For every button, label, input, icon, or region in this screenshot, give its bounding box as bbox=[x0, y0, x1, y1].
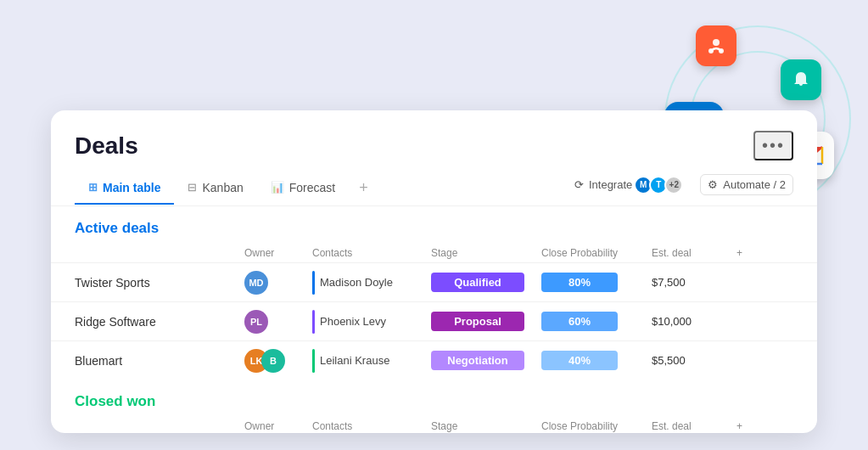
closed-won-table-header: Owner Contacts Stage Close Probability E… bbox=[51, 417, 817, 433]
contact-name: Phoenix Levy bbox=[320, 315, 386, 328]
closed-won-title: Closed won bbox=[75, 393, 155, 410]
contact-bar bbox=[312, 271, 315, 295]
prob-cell: 80% bbox=[541, 273, 652, 292]
stage-badge: Qualified bbox=[431, 273, 524, 292]
deal-name: Twister Sports bbox=[75, 276, 244, 290]
owner-col-header2: Owner bbox=[244, 420, 312, 432]
prob-col-header2: Close Probability bbox=[541, 420, 652, 432]
tabs-row: ⊞ Main table ⊟ Kanban 📊 Forecast + ⟳ Int… bbox=[75, 171, 793, 205]
avatar: MD bbox=[244, 271, 268, 295]
main-table-icon: ⊞ bbox=[88, 181, 98, 194]
svg-point-0 bbox=[713, 39, 720, 46]
avatar: PL bbox=[244, 310, 268, 334]
contact-name: Madison Doyle bbox=[320, 276, 393, 289]
contact-cell: Phoenix Levy bbox=[312, 310, 431, 334]
contact-cell: Madison Doyle bbox=[312, 271, 431, 295]
integration-icons: M T +2 bbox=[637, 176, 683, 194]
contacts-col-header2: Contacts bbox=[312, 420, 431, 432]
integrate-icon: ⟳ bbox=[574, 178, 584, 191]
deal-name: Bluemart bbox=[75, 354, 244, 368]
automate-icon: ⚙ bbox=[708, 178, 718, 191]
table-row[interactable]: Twister Sports MD Madison Doyle Qualifie… bbox=[51, 262, 817, 301]
table-row[interactable]: Bluemart LK B Leilani Krause Negotiation… bbox=[51, 340, 817, 380]
page-title: Deals bbox=[75, 132, 138, 160]
owner-cell: LK B bbox=[244, 349, 312, 373]
deal-name: Ridge Software bbox=[75, 315, 244, 329]
contacts-col-header: Contacts bbox=[312, 247, 431, 259]
contact-bar bbox=[312, 349, 315, 373]
svg-point-2 bbox=[719, 48, 724, 53]
active-deals-section-header: Active deals bbox=[51, 206, 817, 244]
stage-cell: Negotiation bbox=[431, 351, 541, 370]
est-deal: $5,500 bbox=[652, 354, 736, 367]
contact-bar bbox=[312, 310, 315, 334]
prob-badge: 40% bbox=[541, 351, 618, 370]
kanban-icon: ⊟ bbox=[188, 181, 197, 194]
prob-cell: 60% bbox=[541, 312, 652, 331]
toolbar-right: ⟳ Integrate M T +2 ⚙ Automate / 2 bbox=[568, 172, 793, 205]
active-deals-table-header: Owner Contacts Stage Close Probability E… bbox=[51, 244, 817, 262]
owner-col-header: Owner bbox=[244, 247, 312, 259]
owner-cell: PL bbox=[244, 310, 312, 334]
stage-cell: Qualified bbox=[431, 273, 541, 292]
est-deal: $7,500 bbox=[652, 276, 736, 289]
stage-col-header2: Stage bbox=[431, 420, 541, 432]
contact-name: Leilani Krause bbox=[320, 354, 389, 367]
integrate-button[interactable]: ⟳ Integrate M T +2 bbox=[568, 172, 690, 198]
avatar-double: LK B bbox=[244, 349, 285, 373]
svg-point-1 bbox=[708, 48, 714, 53]
prob-badge: 80% bbox=[541, 273, 618, 292]
owner-cell: MD bbox=[244, 271, 312, 295]
int-icon-count: +2 bbox=[664, 176, 683, 194]
tab-forecast[interactable]: 📊 Forecast bbox=[257, 172, 349, 205]
est-col-header2: Est. deal bbox=[652, 420, 736, 432]
avatar: B bbox=[261, 349, 285, 373]
hubspot-icon bbox=[696, 25, 736, 66]
active-deals-title: Active deals bbox=[75, 220, 159, 237]
prob-cell: 40% bbox=[541, 351, 652, 370]
main-card: Deals ••• ⊞ Main table ⊟ Kanban 📊 Foreca… bbox=[51, 110, 817, 433]
stage-badge: Negotiation bbox=[431, 351, 524, 370]
stage-badge: Proposal bbox=[431, 312, 524, 331]
est-deal: $10,000 bbox=[652, 315, 736, 328]
forecast-icon: 📊 bbox=[271, 181, 284, 194]
tab-main-table[interactable]: ⊞ Main table bbox=[75, 172, 174, 205]
table-row[interactable]: Ridge Software PL Phoenix Levy Proposal … bbox=[51, 301, 817, 340]
prob-col-header: Close Probability bbox=[541, 247, 652, 259]
tab-kanban[interactable]: ⊟ Kanban bbox=[174, 172, 256, 205]
contact-cell: Leilani Krause bbox=[312, 349, 431, 373]
add-tab-button[interactable]: + bbox=[349, 171, 378, 205]
automate-button[interactable]: ⚙ Automate / 2 bbox=[700, 174, 793, 195]
notification-icon bbox=[781, 59, 821, 100]
header-top: Deals ••• bbox=[75, 131, 793, 160]
stage-cell: Proposal bbox=[431, 312, 541, 331]
card-body: Active deals Owner Contacts Stage Close … bbox=[51, 206, 817, 433]
est-col-header: Est. deal bbox=[652, 247, 736, 259]
more-button[interactable]: ••• bbox=[753, 131, 793, 160]
card-header: Deals ••• ⊞ Main table ⊟ Kanban 📊 Foreca… bbox=[51, 110, 817, 206]
closed-won-section-header: Closed won bbox=[51, 380, 817, 417]
prob-badge: 60% bbox=[541, 312, 618, 331]
stage-col-header: Stage bbox=[431, 247, 541, 259]
